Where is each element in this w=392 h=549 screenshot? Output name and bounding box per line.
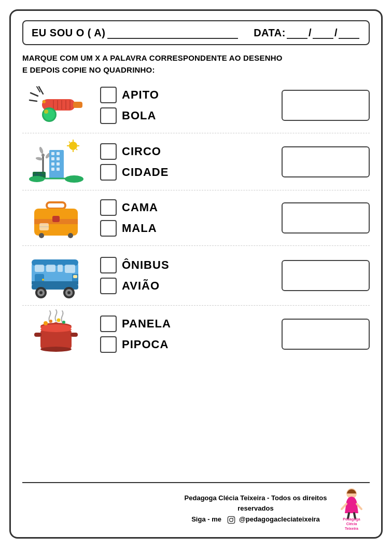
svg-rect-82 — [228, 516, 234, 523]
option-mala: MALA — [100, 220, 157, 237]
label-onibus: ÔNIBUS — [122, 258, 170, 272]
svg-rect-60 — [73, 275, 77, 278]
svg-point-24 — [38, 146, 44, 154]
instruction-line2: E DEPOIS COPIE NO QUADRINHO: — [22, 64, 370, 76]
svg-point-49 — [39, 233, 44, 238]
logo-icon — [338, 487, 366, 516]
svg-rect-10 — [73, 102, 82, 108]
data-section: DATA: / / — [254, 26, 360, 39]
pan-icon — [30, 312, 82, 356]
svg-point-84 — [233, 517, 234, 518]
footer-line2: Siga - me @pedagogacleciateixeira — [178, 514, 333, 525]
label-pipoca: PIPOCA — [122, 338, 169, 351]
svg-rect-54 — [35, 265, 44, 272]
data-month[interactable] — [313, 26, 333, 39]
svg-point-25 — [35, 157, 43, 161]
answer-box-whistle[interactable] — [282, 90, 370, 121]
svg-point-81 — [40, 347, 72, 352]
svg-rect-43 — [47, 202, 65, 209]
svg-point-76 — [62, 321, 65, 324]
option-bola: BOLA — [100, 107, 156, 124]
svg-line-1 — [31, 93, 38, 96]
row-whistle: APITO BOLA — [22, 82, 370, 129]
svg-point-65 — [39, 291, 43, 294]
option-panela: PANELA — [100, 315, 171, 332]
svg-rect-30 — [51, 157, 54, 160]
svg-point-23 — [41, 154, 45, 157]
row-pan: PANELA PIPOCA — [22, 310, 370, 358]
svg-point-15 — [69, 142, 77, 150]
svg-rect-77 — [40, 330, 72, 349]
option-pipoca: PIPOCA — [100, 336, 169, 353]
footer-siga: Siga - me — [191, 515, 221, 523]
label-circo: CIRCO — [122, 145, 161, 158]
answer-box-city[interactable] — [282, 146, 370, 177]
svg-point-75 — [57, 319, 61, 322]
checkbox-cidade[interactable] — [100, 164, 117, 181]
divider-3 — [22, 245, 370, 246]
svg-point-50 — [68, 233, 73, 238]
icon-whistle — [22, 85, 90, 126]
slash2: / — [334, 27, 338, 39]
svg-point-14 — [43, 100, 46, 103]
data-label: DATA: — [254, 27, 286, 39]
label-cidade: CIDADE — [122, 166, 169, 179]
options-bus: ÔNIBUS AVIÃO — [95, 257, 276, 294]
answer-box-pan[interactable] — [282, 319, 370, 350]
footer-logo: PedagogaCléciaTeixeira — [333, 487, 370, 531]
label-cama: CAMA — [122, 201, 158, 214]
svg-rect-69 — [32, 281, 78, 284]
footer-line1: Pedagoga Clécia Teixeira - Todos os dire… — [178, 493, 333, 515]
svg-point-78 — [40, 327, 72, 332]
suitcase-icon — [30, 197, 82, 239]
checkbox-aviao[interactable] — [100, 278, 117, 294]
row-suitcase: CAMA MALA — [22, 195, 370, 241]
svg-point-13 — [44, 109, 48, 114]
row-city: CIRCO CIDADE — [22, 138, 370, 186]
svg-rect-33 — [57, 162, 60, 166]
svg-point-58 — [42, 279, 44, 281]
checkbox-apito[interactable] — [100, 87, 117, 103]
answer-box-suitcase[interactable] — [282, 202, 370, 234]
option-cama: CAMA — [100, 199, 158, 216]
slash1: / — [309, 27, 312, 39]
svg-line-20 — [69, 142, 70, 143]
checkbox-pipoca[interactable] — [100, 336, 117, 353]
data-year[interactable] — [339, 26, 359, 39]
svg-point-73 — [44, 321, 48, 325]
svg-line-21 — [76, 149, 77, 150]
option-apito: APITO — [100, 87, 159, 103]
name-label: EU SOU O ( A) — [32, 27, 105, 39]
label-mala: MALA — [122, 222, 157, 235]
instagram-icon — [227, 516, 235, 524]
svg-point-83 — [229, 518, 233, 521]
options-suitcase: CAMA MALA — [95, 199, 276, 237]
svg-point-41 — [29, 176, 45, 182]
checkbox-panela[interactable] — [100, 315, 117, 332]
svg-point-68 — [67, 291, 71, 294]
checkbox-onibus[interactable] — [100, 257, 117, 273]
label-aviao: AVIÃO — [122, 279, 160, 293]
icon-suitcase — [22, 197, 90, 239]
answer-box-bus[interactable] — [282, 260, 370, 291]
checkbox-cama[interactable] — [100, 199, 117, 216]
option-onibus: ÔNIBUS — [100, 257, 170, 273]
data-day[interactable] — [287, 26, 307, 39]
divider-4 — [22, 305, 370, 306]
options-city: CIRCO CIDADE — [95, 143, 276, 181]
checkbox-circo[interactable] — [100, 143, 117, 160]
svg-rect-32 — [51, 162, 54, 166]
checkbox-bola[interactable] — [100, 107, 117, 124]
logo-text: PedagogaCléciaTeixeira — [343, 517, 360, 531]
svg-line-2 — [30, 100, 37, 101]
svg-point-74 — [49, 320, 52, 323]
checkbox-mala[interactable] — [100, 220, 117, 237]
svg-rect-28 — [51, 152, 54, 155]
page: EU SOU O ( A) DATA: / / MARQUE COM UM X … — [9, 9, 383, 539]
svg-rect-53 — [65, 265, 75, 273]
svg-rect-34 — [51, 168, 54, 171]
name-line[interactable] — [107, 26, 238, 39]
bus-icon — [27, 252, 85, 299]
svg-rect-29 — [57, 152, 60, 155]
option-cidade: CIDADE — [100, 164, 169, 181]
